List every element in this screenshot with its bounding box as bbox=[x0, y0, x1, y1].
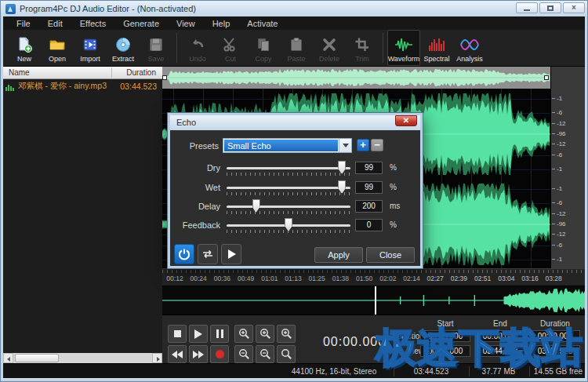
zoom-full-button[interactable] bbox=[277, 345, 296, 363]
dropdown-arrow-icon[interactable] bbox=[339, 139, 351, 152]
db-scale-label: -12 bbox=[557, 231, 566, 238]
file-list-header: Name Duration bbox=[3, 67, 162, 79]
slider-track-wet[interactable] bbox=[227, 187, 350, 189]
menu-file[interactable]: File bbox=[9, 17, 38, 30]
forward-button[interactable] bbox=[189, 345, 208, 363]
toolbar-button-waveform[interactable]: Waveform bbox=[387, 30, 420, 66]
column-header-name[interactable]: Name bbox=[9, 68, 30, 77]
menu-effects[interactable]: Effects bbox=[73, 17, 113, 30]
presets-dropdown[interactable]: Small Echo bbox=[223, 138, 352, 153]
timeline-tick-label: 01:01 bbox=[257, 275, 282, 282]
toolbar-button-new[interactable]: New bbox=[8, 30, 41, 66]
overview-left-handle[interactable] bbox=[162, 75, 167, 80]
close-button[interactable]: × bbox=[563, 2, 585, 13]
slider-label: Delay bbox=[170, 202, 220, 211]
zoom-in-time-button[interactable] bbox=[234, 325, 253, 343]
timeline-tick-label: 03:16 bbox=[517, 275, 543, 282]
slider-value-dry[interactable]: 99 bbox=[355, 162, 383, 174]
effect-enable-toggle[interactable] bbox=[174, 244, 194, 264]
pause-button[interactable] bbox=[210, 325, 229, 343]
play-button[interactable] bbox=[189, 325, 208, 343]
file-list-body: 邓紫棋 - 爱你 - ainy.mp303:44.523 bbox=[3, 80, 162, 353]
db-scale-label: -1 bbox=[557, 185, 562, 192]
slider-track-dry[interactable] bbox=[227, 167, 350, 169]
menu-help[interactable]: Help bbox=[205, 17, 238, 30]
db-scale-label: -6 bbox=[557, 109, 562, 116]
site-watermark: 极速下载站 bbox=[376, 321, 588, 376]
slider-label: Dry bbox=[170, 163, 220, 173]
extract-cd-icon bbox=[114, 35, 132, 54]
loop-preview-button[interactable] bbox=[198, 244, 218, 264]
menu-activate[interactable]: Activate bbox=[240, 17, 285, 30]
toolbar-button-save: Save bbox=[140, 30, 172, 66]
zoom-out-amplitude-button[interactable] bbox=[256, 345, 274, 363]
slider-value-delay[interactable]: 200 bbox=[355, 200, 383, 213]
minimize-icon bbox=[524, 9, 530, 11]
remove-preset-button[interactable]: − bbox=[371, 139, 383, 151]
pause-icon bbox=[216, 329, 223, 338]
menu-view[interactable]: View bbox=[169, 17, 202, 30]
echo-dialog-close-button[interactable]: ✕ bbox=[395, 115, 417, 126]
slider-unit: % bbox=[390, 220, 397, 229]
timeline-tick-label: 01:38 bbox=[328, 275, 353, 282]
slider-track-delay[interactable] bbox=[227, 206, 350, 208]
waveform-overview-strip[interactable] bbox=[162, 67, 550, 89]
timeline-tick-label: 02:02 bbox=[376, 275, 401, 282]
loop-icon bbox=[201, 248, 214, 260]
maximize-button[interactable] bbox=[539, 2, 561, 13]
apply-button[interactable]: Apply bbox=[314, 247, 363, 263]
overview-right-handle[interactable] bbox=[544, 75, 549, 80]
title-bar[interactable]: Program4Pc DJ Audio Editor - (Non-activa… bbox=[1, 1, 588, 16]
window-title: Program4Pc DJ Audio Editor - (Non-activa… bbox=[20, 4, 196, 13]
open-folder-icon bbox=[49, 35, 66, 54]
window-frame-left bbox=[1, 16, 3, 378]
slider-row-feedback: Feedback0% bbox=[170, 219, 420, 235]
preview-play-button[interactable] bbox=[221, 244, 241, 264]
scroll-right-arrow[interactable] bbox=[152, 353, 162, 363]
timeline-tick-label: 01:13 bbox=[281, 275, 306, 282]
menu-bar: FileEditEffectsGenerateViewHelpActivate bbox=[3, 16, 586, 30]
toolbar-button-analysis[interactable]: Analysis bbox=[453, 30, 486, 66]
trim-icon bbox=[354, 35, 371, 54]
toolbar-button-open[interactable]: Open bbox=[41, 30, 74, 66]
scrollbar-thumb[interactable] bbox=[15, 354, 59, 362]
slider-label: Wet bbox=[170, 183, 220, 192]
toolbar-button-label: Trim bbox=[355, 55, 369, 63]
minimize-button[interactable] bbox=[516, 2, 538, 13]
slider-value-wet[interactable]: 99 bbox=[355, 181, 383, 194]
toolbar-button-copy: Copy bbox=[247, 30, 280, 66]
record-button[interactable] bbox=[210, 345, 229, 363]
slider-value-feedback[interactable]: 0 bbox=[355, 219, 383, 231]
toolbar-button-label: Extract bbox=[112, 55, 134, 63]
menu-generate[interactable]: Generate bbox=[116, 17, 166, 30]
file-list-row[interactable]: 邓紫棋 - 爱你 - ainy.mp303:44.523 bbox=[3, 80, 162, 93]
toolbar-separator bbox=[176, 33, 177, 63]
stop-button[interactable] bbox=[168, 325, 187, 343]
scroll-left-arrow[interactable] bbox=[3, 353, 13, 363]
column-header-duration[interactable]: Duration bbox=[126, 68, 156, 77]
timeline-tick-label: 03:04 bbox=[494, 275, 519, 282]
toolbar-button-extract[interactable]: Extract bbox=[107, 30, 140, 66]
zoom-out-time-button[interactable] bbox=[234, 345, 253, 363]
add-preset-button[interactable]: + bbox=[357, 139, 369, 151]
zoom-in-selection-button[interactable] bbox=[277, 325, 296, 343]
zoom-in-amplitude-button[interactable] bbox=[256, 325, 274, 343]
toolbar-button-import[interactable]: Import bbox=[74, 30, 107, 66]
rewind-button[interactable] bbox=[168, 345, 187, 363]
echo-dialog-titlebar[interactable]: Echo ✕ bbox=[170, 115, 420, 130]
db-scale-label: -12 bbox=[557, 140, 566, 147]
horizontal-scrollbar[interactable] bbox=[3, 353, 162, 363]
timeline-ruler[interactable]: 00:1200:2400:3600:4901:0101:1301:2501:38… bbox=[162, 268, 586, 286]
record-icon bbox=[216, 350, 224, 358]
db-scale-label: -1 bbox=[557, 95, 562, 102]
slider-unit: ms bbox=[390, 202, 400, 210]
column-divider[interactable] bbox=[111, 68, 112, 78]
toolbar-button-label: Delete bbox=[319, 55, 339, 63]
slider-row-delay: Delay200ms bbox=[170, 200, 420, 216]
toolbar-button-label: Copy bbox=[255, 55, 271, 63]
toolbar-button-spectral[interactable]: Spectral bbox=[420, 30, 453, 66]
dialog-close-action-button[interactable]: Close bbox=[366, 247, 415, 263]
effect-preview-strip[interactable] bbox=[162, 286, 586, 315]
menu-edit[interactable]: Edit bbox=[41, 17, 70, 30]
playhead-cursor[interactable] bbox=[375, 286, 376, 315]
